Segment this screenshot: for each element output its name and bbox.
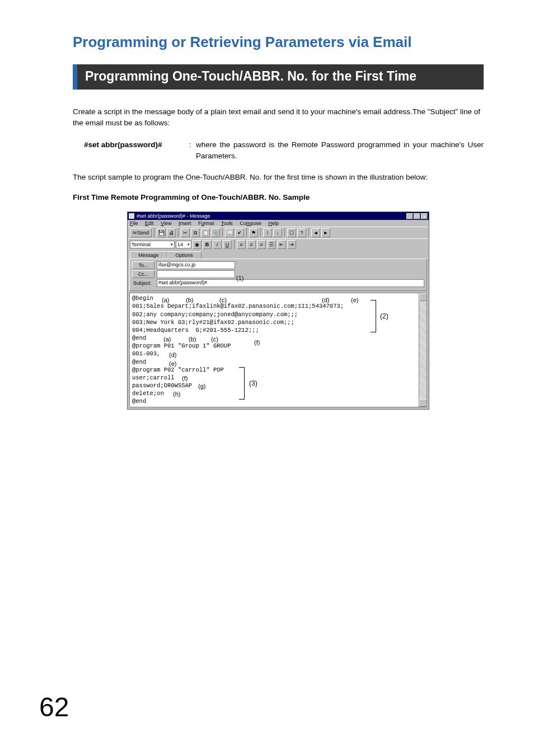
font-color-icon[interactable]: ◉ (193, 240, 202, 249)
annot-d1: (d) (322, 297, 329, 303)
definition-key: #set abbr(password)# (84, 139, 185, 162)
annot-h3: (h) (173, 391, 180, 397)
copy-icon[interactable]: ⧉ (191, 228, 200, 237)
font-size-combo[interactable]: 14▾ (176, 241, 191, 248)
annot-f3: (f) (182, 375, 188, 382)
to-input[interactable]: ifax@mgcs.co.jp (157, 261, 235, 269)
align-left-icon[interactable]: ≡ (237, 240, 246, 249)
align-right-icon[interactable]: ≡ (257, 240, 266, 249)
definition-value: where the password is the Remote Passwor… (196, 139, 484, 162)
help-icon[interactable]: ? (297, 228, 306, 237)
cut-icon[interactable]: ✂ (181, 228, 190, 237)
attach-icon[interactable]: 📎 (211, 228, 220, 237)
bracket-3 (239, 367, 245, 400)
annot-e2: (e) (169, 360, 176, 367)
toolbar: ✉ Send 💾 🖨 ✂ ⧉ 📋 📎 📖 ✔ ⚑ ! ↓ ☐ ? (128, 227, 429, 238)
minimize-button[interactable]: _ (406, 213, 413, 219)
window-title: #set abbr(password)# - Message (137, 213, 406, 219)
indent-icon[interactable]: ⇥ (287, 240, 296, 249)
to-button[interactable]: To... (132, 261, 154, 269)
options-icon[interactable]: ☐ (287, 228, 296, 237)
menu-bar: File Edit View Insert Format Tools Compo… (128, 220, 429, 227)
page-number: 62 (39, 692, 69, 722)
annot-c1: (c) (219, 297, 227, 303)
annot-3: (3) (249, 379, 257, 387)
annot-a2: (a) (163, 336, 171, 342)
tab-message[interactable]: Message (130, 251, 167, 259)
message-icon (129, 213, 134, 219)
checknames-icon[interactable]: ✔ (235, 228, 244, 237)
definition-row: #set abbr(password)# : where the passwor… (84, 139, 484, 162)
vertical-scrollbar[interactable] (419, 293, 427, 406)
print-icon[interactable]: 🖨 (167, 228, 176, 237)
menu-insert[interactable]: Insert (179, 220, 191, 226)
bracket-2 (371, 300, 376, 332)
font-name-combo[interactable]: Terminal▾ (130, 241, 175, 248)
window-titlebar: #set abbr(password)# - Message _ □ × (128, 212, 429, 220)
cc-input[interactable] (157, 270, 235, 278)
annot-e1: (e) (351, 297, 358, 303)
underline-icon[interactable]: U (223, 240, 232, 249)
annot-a1: (a) (162, 297, 169, 303)
page-title: Programming or Retrieving Parameters via… (73, 34, 484, 51)
annot-2: (2) (380, 312, 388, 320)
menu-format[interactable]: Format (198, 220, 214, 226)
intro-paragraph: Create a script in the message body of a… (73, 106, 484, 129)
paste-icon[interactable]: 📋 (201, 228, 210, 237)
subject-label: Subject: (132, 280, 154, 286)
menu-help[interactable]: Help (268, 220, 279, 226)
second-paragraph: The script sample to program the One-Tou… (73, 172, 484, 183)
annot-1: (1) (236, 275, 243, 281)
header-fields: To... ifax@mgcs.co.jp Cc... Subject: #se… (129, 259, 427, 291)
menu-tools[interactable]: Tools (221, 220, 233, 226)
email-window: #set abbr(password)# - Message _ □ × Fil… (127, 212, 429, 409)
tab-options[interactable]: Options (167, 251, 202, 259)
menu-file[interactable]: File (130, 220, 138, 226)
section-heading: Programming One-Touch/ABBR. No. for the … (73, 64, 484, 90)
annot-f2: (f) (254, 339, 260, 346)
importance-high-icon[interactable]: ! (263, 228, 272, 237)
cc-button[interactable]: Cc... (132, 270, 154, 278)
importance-low-icon[interactable]: ↓ (273, 228, 282, 237)
menu-edit[interactable]: Edit (145, 220, 154, 226)
annot-d2: (d) (169, 351, 176, 358)
menu-view[interactable]: View (161, 220, 171, 226)
prev-icon[interactable]: ◄ (311, 228, 320, 237)
maximize-button[interactable]: □ (414, 213, 420, 219)
annot-b2: (b) (189, 336, 196, 342)
addressbook-icon[interactable]: 📖 (225, 228, 234, 237)
italic-icon[interactable]: I (213, 240, 222, 249)
send-button[interactable]: ✉ Send (130, 228, 152, 237)
outdent-icon[interactable]: ⇤ (277, 240, 286, 249)
annot-c2: (c) (211, 336, 218, 342)
tabs-row: Message Options (128, 250, 429, 259)
flag-icon[interactable]: ⚑ (249, 228, 258, 237)
subject-input[interactable]: #set abbr(password)# (157, 279, 424, 287)
bullets-icon[interactable]: ☰ (267, 240, 276, 249)
message-body[interactable]: @begin 001;Sales Depart;ifaxlink@ifax02.… (129, 293, 427, 407)
menu-compose[interactable]: Compose (240, 220, 261, 226)
figure-caption: First Time Remote Programming of One-Tou… (73, 193, 484, 201)
bold-icon[interactable]: B (203, 240, 212, 249)
annot-g3: (g) (198, 383, 205, 389)
definition-colon: : (185, 139, 196, 162)
format-bar: Terminal▾ 14▾ ◉ B I U ≡ ≡ ≡ ☰ ⇤ ⇥ (128, 238, 429, 250)
annot-b1: (b) (186, 297, 193, 303)
align-center-icon[interactable]: ≡ (247, 240, 256, 249)
next-icon[interactable]: ► (321, 228, 330, 237)
close-button[interactable]: × (421, 213, 428, 219)
email-window-wrapper: #set abbr(password)# - Message _ □ × Fil… (127, 212, 429, 409)
save-icon[interactable]: 💾 (157, 228, 166, 237)
